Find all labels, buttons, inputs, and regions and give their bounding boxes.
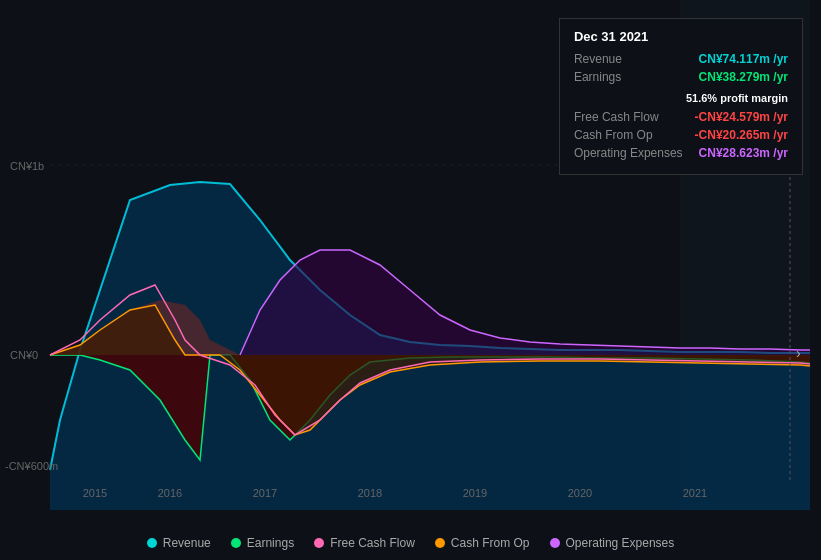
chart-container: CN¥0 CN¥1b -CN¥600m 2015 2016 2017 2018 … xyxy=(0,0,821,560)
svg-text:2020: 2020 xyxy=(568,487,592,499)
tooltip-revenue-row: Revenue CN¥74.117m /yr xyxy=(574,52,788,66)
legend-opex-label: Operating Expenses xyxy=(566,536,675,550)
legend-opex-dot xyxy=(550,538,560,548)
svg-text:›: › xyxy=(796,345,801,361)
tooltip-box: Dec 31 2021 Revenue CN¥74.117m /yr Earni… xyxy=(559,18,803,175)
legend-fcf[interactable]: Free Cash Flow xyxy=(314,536,415,550)
legend-cashop[interactable]: Cash From Op xyxy=(435,536,530,550)
tooltip-fcf-value: -CN¥24.579m /yr xyxy=(695,110,788,124)
legend-revenue-label: Revenue xyxy=(163,536,211,550)
legend-cashop-dot xyxy=(435,538,445,548)
legend-earnings-label: Earnings xyxy=(247,536,294,550)
tooltip-earnings-label: Earnings xyxy=(574,70,674,84)
tooltip-earnings-value: CN¥38.279m /yr xyxy=(699,70,788,84)
tooltip-opex-label: Operating Expenses xyxy=(574,146,683,160)
svg-text:2016: 2016 xyxy=(158,487,182,499)
svg-text:2017: 2017 xyxy=(253,487,277,499)
legend-opex[interactable]: Operating Expenses xyxy=(550,536,675,550)
svg-text:-CN¥600m: -CN¥600m xyxy=(5,460,58,472)
tooltip-fcf-label: Free Cash Flow xyxy=(574,110,674,124)
tooltip-cashop-label: Cash From Op xyxy=(574,128,674,142)
legend-fcf-dot xyxy=(314,538,324,548)
tooltip-revenue-label: Revenue xyxy=(574,52,674,66)
legend-fcf-label: Free Cash Flow xyxy=(330,536,415,550)
tooltip-fcf-row: Free Cash Flow -CN¥24.579m /yr xyxy=(574,110,788,124)
legend-earnings-dot xyxy=(231,538,241,548)
tooltip-opex-value: CN¥28.623m /yr xyxy=(699,146,788,160)
svg-text:2021: 2021 xyxy=(683,487,707,499)
tooltip-date: Dec 31 2021 xyxy=(574,29,788,44)
svg-text:2015: 2015 xyxy=(83,487,107,499)
tooltip-cashop-row: Cash From Op -CN¥20.265m /yr xyxy=(574,128,788,142)
tooltip-opex-row: Operating Expenses CN¥28.623m /yr xyxy=(574,146,788,160)
tooltip-profit-margin: 51.6% profit margin xyxy=(686,92,788,104)
chart-legend: Revenue Earnings Free Cash Flow Cash Fro… xyxy=(0,536,821,550)
tooltip-earnings-row: Earnings CN¥38.279m /yr xyxy=(574,70,788,84)
svg-text:CN¥0: CN¥0 xyxy=(10,349,38,361)
tooltip-cashop-value: -CN¥20.265m /yr xyxy=(695,128,788,142)
legend-cashop-label: Cash From Op xyxy=(451,536,530,550)
legend-earnings[interactable]: Earnings xyxy=(231,536,294,550)
tooltip-revenue-value: CN¥74.117m /yr xyxy=(699,52,788,66)
svg-text:2018: 2018 xyxy=(358,487,382,499)
legend-revenue[interactable]: Revenue xyxy=(147,536,211,550)
svg-text:2019: 2019 xyxy=(463,487,487,499)
svg-text:CN¥1b: CN¥1b xyxy=(10,160,44,172)
legend-revenue-dot xyxy=(147,538,157,548)
